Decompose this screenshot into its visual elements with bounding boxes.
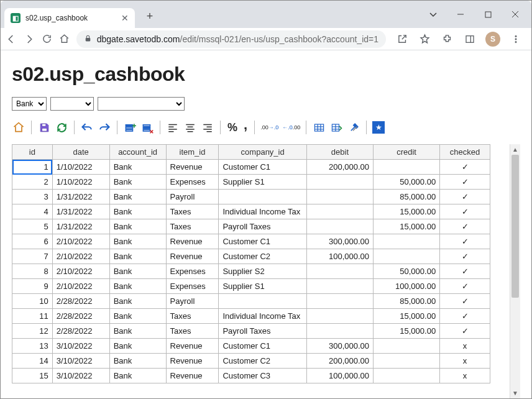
col-checked[interactable]: checked — [440, 145, 490, 160]
col-debit[interactable]: debit — [306, 145, 373, 160]
cell-company[interactable]: Supplier S2 — [219, 264, 306, 279]
bookmark-star-icon[interactable] — [418, 32, 432, 46]
cell-id[interactable]: 15 — [12, 369, 53, 383]
cell-checked[interactable]: ✓ — [440, 175, 490, 190]
cell-id[interactable]: 11 — [12, 309, 53, 324]
close-window-button[interactable] — [502, 2, 529, 27]
home-button[interactable] — [58, 32, 70, 46]
cell-account[interactable]: Bank — [109, 160, 166, 175]
cell-checked[interactable]: ✓ — [440, 190, 490, 204]
cell-debit[interactable]: 300,000.00 — [306, 339, 373, 354]
cell-item[interactable]: Expenses — [166, 175, 219, 190]
cell-id[interactable]: 5 — [12, 219, 53, 234]
menu-kebab-icon[interactable] — [509, 32, 523, 46]
cell-date[interactable]: 3/10/2022 — [52, 354, 109, 369]
cell-checked[interactable]: x — [440, 339, 490, 354]
cell-date[interactable]: 1/31/2022 — [52, 190, 109, 204]
cell-date[interactable]: 2/28/2022 — [52, 294, 109, 309]
cell-checked[interactable]: x — [440, 354, 490, 369]
table-row[interactable]: 51/31/2022BankTaxesPayroll Taxes15,000.0… — [12, 219, 490, 234]
cell-account[interactable]: Bank — [109, 204, 166, 219]
cell-checked[interactable]: ✓ — [440, 264, 490, 279]
cell-credit[interactable]: 100,000.00 — [374, 279, 440, 294]
cell-item[interactable]: Expenses — [166, 279, 219, 294]
table-row[interactable]: 31/31/2022BankPayroll85,000.00✓ — [12, 190, 490, 204]
cell-checked[interactable]: ✓ — [440, 204, 490, 219]
cell-debit[interactable] — [306, 219, 373, 234]
filter-select-3[interactable] — [98, 97, 185, 111]
col-date[interactable]: date — [52, 145, 109, 160]
cell-credit[interactable]: 15,000.00 — [374, 204, 440, 219]
table-row[interactable]: 41/31/2022BankTaxesIndividual Income Tax… — [12, 204, 490, 219]
cell-debit[interactable]: 100,000.00 — [306, 249, 373, 264]
cell-date[interactable]: 2/10/2022 — [52, 249, 109, 264]
cell-account[interactable]: Bank — [109, 279, 166, 294]
cell-debit[interactable]: 100,000.00 — [306, 369, 373, 383]
cell-item[interactable]: Revenue — [166, 369, 219, 383]
cell-date[interactable]: 2/10/2022 — [52, 279, 109, 294]
new-tab-button[interactable]: + — [141, 7, 158, 25]
cell-company[interactable]: Customer C2 — [219, 354, 306, 369]
cell-credit[interactable]: 85,000.00 — [374, 190, 440, 204]
align-center-icon[interactable] — [183, 121, 197, 134]
cell-checked[interactable]: ✓ — [440, 160, 490, 175]
col-account-id[interactable]: account_id — [109, 145, 166, 160]
cell-company[interactable]: Payroll Taxes — [219, 219, 306, 234]
cell-company[interactable]: Supplier S1 — [219, 279, 306, 294]
cell-credit[interactable]: 15,000.00 — [374, 324, 440, 339]
cell-date[interactable]: 2/10/2022 — [52, 234, 109, 249]
col-credit[interactable]: credit — [374, 145, 440, 160]
cell-id[interactable]: 1 — [12, 160, 53, 175]
cell-date[interactable]: 1/10/2022 — [52, 160, 109, 175]
cell-credit[interactable] — [374, 369, 440, 383]
cell-credit[interactable] — [374, 234, 440, 249]
scroll-down-icon[interactable]: ▼ — [510, 388, 520, 398]
cell-company[interactable] — [219, 190, 306, 204]
cell-credit[interactable] — [374, 339, 440, 354]
insert-row-icon[interactable] — [123, 121, 137, 134]
cell-item[interactable]: Expenses — [166, 264, 219, 279]
profile-avatar[interactable]: S — [485, 32, 500, 47]
cell-credit[interactable]: 15,000.00 — [374, 219, 440, 234]
cell-account[interactable]: Bank — [109, 354, 166, 369]
cell-id[interactable]: 13 — [12, 339, 53, 354]
cell-account[interactable]: Bank — [109, 369, 166, 383]
col-company-id[interactable]: company_id — [219, 145, 306, 160]
table-options-icon[interactable] — [329, 121, 343, 134]
cell-debit[interactable] — [306, 204, 373, 219]
share-icon[interactable] — [396, 32, 410, 46]
cell-checked[interactable]: ✓ — [440, 324, 490, 339]
scroll-up-icon[interactable]: ▲ — [510, 144, 520, 155]
cell-id[interactable]: 7 — [12, 249, 53, 264]
cell-credit[interactable] — [374, 160, 440, 175]
cell-date[interactable]: 3/10/2022 — [52, 339, 109, 354]
cell-item[interactable]: Taxes — [166, 204, 219, 219]
cell-company[interactable]: Customer C1 — [219, 234, 306, 249]
save-icon[interactable] — [37, 121, 51, 134]
refresh-icon[interactable] — [55, 121, 68, 134]
cell-debit[interactable]: 200,000.00 — [306, 160, 373, 175]
cell-item[interactable]: Payroll — [166, 190, 219, 204]
cell-debit[interactable]: 200,000.00 — [306, 354, 373, 369]
cell-checked[interactable]: ✓ — [440, 294, 490, 309]
tools-icon[interactable] — [347, 121, 360, 134]
filter-select-1[interactable]: Bank — [12, 97, 47, 111]
cell-id[interactable]: 9 — [12, 279, 53, 294]
cell-date[interactable]: 1/31/2022 — [52, 204, 109, 219]
cell-account[interactable]: Bank — [109, 190, 166, 204]
cell-date[interactable]: 2/10/2022 — [52, 264, 109, 279]
cell-account[interactable]: Bank — [109, 324, 166, 339]
table-row[interactable]: 11/10/2022BankRevenueCustomer C1200,000.… — [12, 160, 490, 175]
cell-credit[interactable]: 50,000.00 — [374, 264, 440, 279]
cell-account[interactable]: Bank — [109, 309, 166, 324]
cell-checked[interactable]: ✓ — [440, 249, 490, 264]
cell-account[interactable]: Bank — [109, 219, 166, 234]
favorite-icon[interactable]: ★ — [372, 121, 385, 134]
cell-date[interactable]: 2/28/2022 — [52, 324, 109, 339]
home-icon[interactable] — [12, 121, 25, 134]
cell-account[interactable]: Bank — [109, 234, 166, 249]
col-id[interactable]: id — [12, 145, 53, 160]
table-row[interactable]: 82/10/2022BankExpensesSupplier S250,000.… — [12, 264, 490, 279]
cell-company[interactable]: Supplier S1 — [219, 175, 306, 190]
cell-checked[interactable]: ✓ — [440, 219, 490, 234]
